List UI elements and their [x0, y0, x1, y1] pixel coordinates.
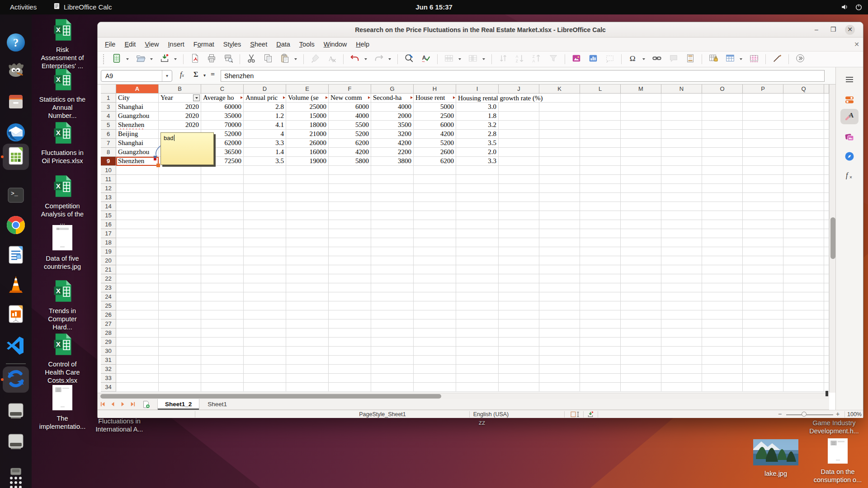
cell-F32[interactable]	[329, 365, 371, 374]
paste-dropdown-icon[interactable]	[294, 54, 297, 65]
cell-G32[interactable]	[371, 365, 414, 374]
cell-L23[interactable]	[580, 283, 621, 292]
cell-D20[interactable]	[244, 256, 286, 265]
cell-E24[interactable]	[286, 292, 329, 301]
cell-Q7[interactable]	[783, 139, 824, 148]
cell-L22[interactable]	[580, 274, 621, 283]
cell-H6[interactable]: 4200	[414, 130, 456, 139]
cell-O34[interactable]	[702, 383, 743, 392]
cell-F17[interactable]	[329, 229, 371, 238]
cell-H25[interactable]	[414, 301, 456, 310]
cell-F3[interactable]: 6000	[329, 103, 371, 112]
maximize-button[interactable]: ❒	[828, 25, 838, 35]
cell-N3[interactable]	[661, 103, 702, 112]
cell-H14[interactable]	[414, 202, 456, 211]
cell-G9[interactable]: 3800	[371, 157, 414, 166]
cell-C26[interactable]	[201, 310, 244, 319]
cell-L14[interactable]	[580, 202, 621, 211]
cell-A34[interactable]	[116, 383, 159, 392]
cell-D24[interactable]	[244, 292, 286, 301]
cell-D10[interactable]	[244, 166, 286, 175]
cell-K1[interactable]	[539, 94, 580, 103]
cell-O32[interactable]	[702, 365, 743, 374]
cell-A13[interactable]	[116, 193, 159, 202]
cell-E34[interactable]	[286, 383, 329, 392]
cell-A10[interactable]	[116, 166, 159, 175]
cell-P23[interactable]	[743, 283, 783, 292]
cell-O25[interactable]	[702, 301, 743, 310]
cell-I33[interactable]	[456, 374, 499, 383]
cell-F1[interactable]: New comm	[329, 94, 371, 103]
cell-F9[interactable]: 5800	[329, 157, 371, 166]
cell-I3[interactable]: 3.0	[456, 103, 499, 112]
close-button[interactable]: ✕	[845, 25, 855, 35]
cell-partial-12[interactable]	[824, 184, 829, 193]
desktop-icon[interactable]: XFluctuations in Oil Prices.xlsx	[38, 121, 87, 165]
cell-Q10[interactable]	[783, 166, 824, 175]
cell-K33[interactable]	[539, 374, 580, 383]
cell-partial-28[interactable]	[824, 328, 829, 338]
cell-B18[interactable]	[159, 238, 201, 247]
cell-G13[interactable]	[371, 193, 414, 202]
cell-L21[interactable]	[580, 265, 621, 274]
row-header-17[interactable]: 17	[101, 229, 116, 238]
row-header-9[interactable]: 9	[101, 157, 116, 166]
cell-A1[interactable]: City	[116, 94, 159, 103]
cell-G14[interactable]	[371, 202, 414, 211]
page-style-indicator[interactable]: PageStyle_Sheet1	[310, 410, 455, 418]
cell-M5[interactable]	[621, 121, 661, 130]
dock-item-libreoffice-impress[interactable]	[5, 304, 27, 326]
cell-K28[interactable]	[539, 328, 580, 338]
cell-J5[interactable]	[499, 121, 539, 130]
cell-L25[interactable]	[580, 301, 621, 310]
cell-A32[interactable]	[116, 365, 159, 374]
new-button[interactable]	[111, 54, 122, 65]
cell-O1[interactable]	[702, 94, 743, 103]
row-header-3[interactable]: 3	[101, 103, 116, 112]
cell-J10[interactable]	[499, 166, 539, 175]
cell-J26[interactable]	[499, 310, 539, 319]
cell-L4[interactable]	[580, 112, 621, 121]
cut-button[interactable]	[246, 54, 257, 65]
cell-L7[interactable]	[580, 139, 621, 148]
cell-partial-13[interactable]	[824, 193, 829, 202]
cell-E9[interactable]: 19000	[286, 157, 329, 166]
cell-B28[interactable]	[159, 328, 201, 338]
cell-D22[interactable]	[244, 274, 286, 283]
cell-O26[interactable]	[702, 310, 743, 319]
cell-B3[interactable]: 2020	[159, 103, 201, 112]
cell-I26[interactable]	[456, 310, 499, 319]
cell-J25[interactable]	[499, 301, 539, 310]
cell-O27[interactable]	[702, 319, 743, 328]
row-header-27[interactable]: 27	[101, 319, 116, 328]
cell-B11[interactable]	[159, 175, 201, 184]
cell-L5[interactable]	[580, 121, 621, 130]
cell-C15[interactable]	[201, 211, 244, 220]
export-pdf-button[interactable]	[189, 54, 200, 65]
cell-E22[interactable]	[286, 274, 329, 283]
cell-A11[interactable]	[116, 175, 159, 184]
cell-E25[interactable]	[286, 301, 329, 310]
cell-G21[interactable]	[371, 265, 414, 274]
cell-M13[interactable]	[621, 193, 661, 202]
save-dropdown-icon[interactable]	[174, 54, 177, 65]
desktop-icon[interactable]: XTrends in Computer Hard...	[38, 279, 87, 331]
cell-K8[interactable]	[539, 148, 580, 157]
cell-N8[interactable]	[661, 148, 702, 157]
cell-K31[interactable]	[539, 356, 580, 365]
cell-K12[interactable]	[539, 184, 580, 193]
cell-P12[interactable]	[743, 184, 783, 193]
cell-G18[interactable]	[371, 238, 414, 247]
cell-F22[interactable]	[329, 274, 371, 283]
cell-O24[interactable]	[702, 292, 743, 301]
cell-N22[interactable]	[661, 274, 702, 283]
cell-D25[interactable]	[244, 301, 286, 310]
cell-H16[interactable]	[414, 220, 456, 229]
row-header-30[interactable]: 30	[101, 347, 116, 356]
cell-M12[interactable]	[621, 184, 661, 193]
zoom-slider-track[interactable]	[786, 414, 833, 415]
cell-D31[interactable]	[244, 356, 286, 365]
cell-C3[interactable]: 60000	[201, 103, 244, 112]
cell-F18[interactable]	[329, 238, 371, 247]
cell-N26[interactable]	[661, 310, 702, 319]
